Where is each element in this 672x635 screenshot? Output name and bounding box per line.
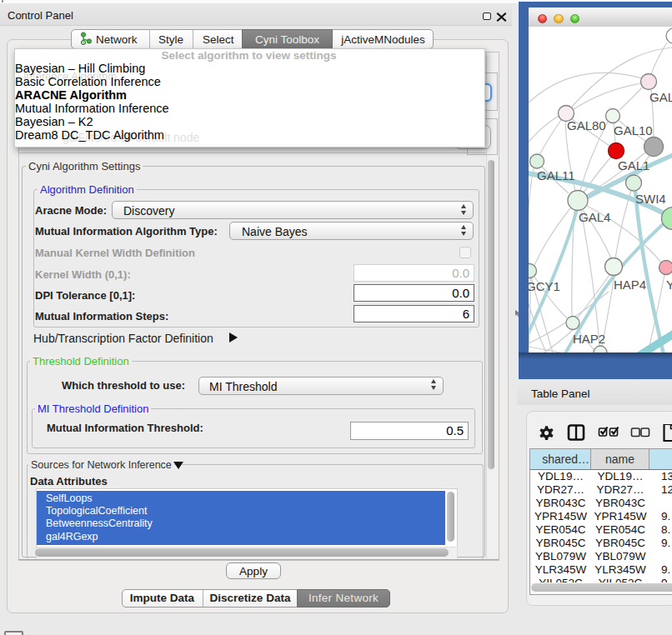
svg-text:GAL4: GAL4 (579, 210, 610, 224)
svg-text:GAL80: GAL80 (567, 118, 606, 132)
svg-text:GAL11: GAL11 (537, 168, 575, 182)
svg-text:HAP4: HAP4 (614, 278, 646, 292)
svg-text:GAL: GAL (649, 90, 672, 104)
svg-text:GAL10: GAL10 (614, 123, 653, 138)
svg-text:SWI4: SWI4 (635, 192, 666, 206)
svg-text:GCY1: GCY1 (529, 279, 560, 293)
svg-text:GAL1: GAL1 (618, 158, 649, 172)
svg-text:Y: Y (666, 278, 672, 292)
svg-text:HAP2: HAP2 (573, 332, 605, 346)
